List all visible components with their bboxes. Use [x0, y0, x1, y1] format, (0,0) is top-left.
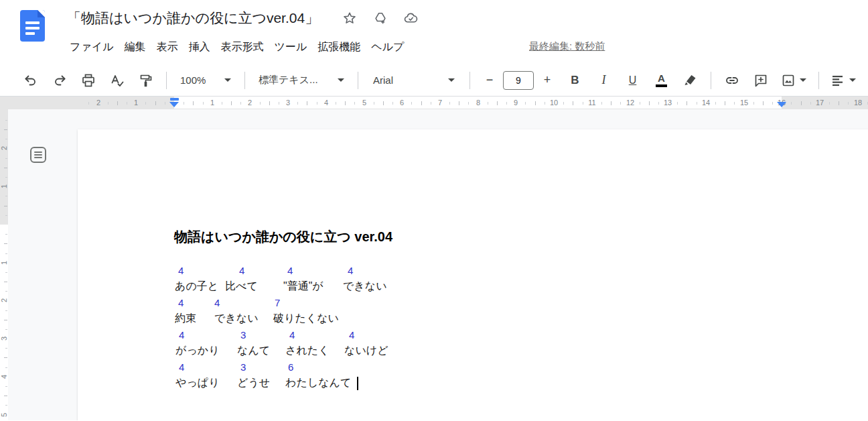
lyric-line: やっぱりどうせわたしなんて: [78, 377, 868, 394]
count-number: 7: [275, 298, 280, 308]
print-icon[interactable]: [80, 69, 96, 92]
ruler-number: 11: [588, 99, 595, 107]
zoom-select[interactable]: 100%: [179, 74, 232, 86]
lyric-word: がっかり: [175, 345, 220, 356]
font-size-input[interactable]: 9: [503, 71, 534, 90]
redo-button[interactable]: [51, 69, 68, 92]
star-icon[interactable]: [342, 11, 357, 26]
move-to-drive-icon[interactable]: [372, 11, 388, 26]
document-outline-button[interactable]: [28, 145, 48, 165]
count-line: 4444: [78, 265, 868, 282]
count-number: 4: [239, 265, 244, 276]
chevron-down-icon: [224, 78, 231, 82]
menu-item-format[interactable]: 表示形式: [216, 38, 269, 57]
font-select[interactable]: Arial: [370, 74, 457, 86]
vertical-ruler[interactable]: 2112345: [0, 109, 8, 420]
cloud-saved-icon[interactable]: [403, 11, 419, 26]
ruler-number: 10: [550, 99, 558, 107]
count-number: 4: [289, 330, 295, 340]
menu-bar: ファイル編集表示挿入表示形式ツール拡張機能ヘルプ: [64, 38, 409, 57]
count-line: 436: [78, 362, 868, 378]
count-number: 4: [349, 330, 354, 340]
lyric-word: やっぱり: [175, 377, 220, 388]
app-header: 「物語はいつか誰かの役に立つver.04」 ファイル編集表示挿入表示: [0, 0, 868, 64]
menu-item-extensions[interactable]: 拡張機能: [312, 38, 366, 57]
horizontal-ruler[interactable]: 21123456789101112131415161718: [0, 97, 868, 109]
spellcheck-icon[interactable]: [108, 69, 125, 92]
document-title-input[interactable]: 「物語はいつか誰かの役に立つver.04」: [67, 9, 319, 27]
ruler-number: 2: [0, 295, 8, 306]
ruler-number: 17: [816, 99, 824, 107]
first-line-indent-marker[interactable]: [170, 98, 179, 101]
ruler-number: 2: [248, 99, 252, 107]
add-comment-icon[interactable]: [752, 69, 769, 92]
ruler-number: 6: [400, 99, 404, 107]
count-number: 4: [287, 265, 293, 276]
doc-heading: 物語はいつか誰かの役に立つ ver.04: [174, 228, 392, 246]
insert-image-button[interactable]: [781, 73, 806, 88]
lyric-word: できない: [343, 281, 387, 292]
text-color-swatch: [656, 84, 667, 87]
font-size-group: − 9 +: [482, 71, 555, 90]
ruler-number: 14: [702, 99, 710, 107]
lyric-line: 約束できない破りたくない: [78, 313, 868, 329]
right-indent-marker[interactable]: [777, 102, 786, 107]
left-indent-marker[interactable]: [169, 102, 179, 107]
insert-link-icon[interactable]: [723, 69, 740, 92]
ruler-number: 1: [0, 257, 8, 268]
ruler-number: 2: [96, 99, 100, 107]
ruler-number: 4: [0, 371, 8, 382]
menu-item-file[interactable]: ファイル: [64, 38, 119, 57]
lyric-line: がっかりなんてされたくないけど: [78, 345, 868, 361]
page[interactable]: 物語はいつか誰かの役に立つ ver.04 4444あの子と比べて"普通"ができな…: [78, 129, 868, 420]
underline-button[interactable]: U: [624, 69, 641, 92]
menu-item-tools[interactable]: ツール: [269, 38, 313, 57]
text-color-button[interactable]: A: [653, 69, 670, 92]
count-number: 4: [348, 265, 353, 276]
count-number: 3: [240, 330, 246, 340]
ruler-number: 5: [0, 410, 8, 420]
lyric-word: されたく: [285, 345, 330, 356]
ruler-number: 5: [362, 99, 366, 107]
docs-logo-fold: [38, 10, 45, 17]
ruler-number: 15: [740, 99, 748, 107]
lyric-word: なんて: [237, 345, 270, 356]
undo-button[interactable]: [22, 69, 39, 92]
lyric-word: "普通"が: [283, 281, 323, 292]
toolbar-divider: [166, 72, 167, 89]
count-number: 4: [178, 298, 184, 308]
align-button[interactable]: [831, 74, 856, 87]
decrease-font-size-button[interactable]: −: [482, 72, 497, 89]
lyric-word: 比べて: [225, 281, 258, 292]
last-edit-link[interactable]: 最終編集: 数秒前: [529, 40, 605, 53]
count-number: 6: [288, 362, 293, 372]
count-line: 4344: [78, 330, 868, 346]
ruler-number: 18: [854, 99, 862, 107]
menu-item-insert[interactable]: 挿入: [184, 38, 216, 57]
ruler-number: 4: [324, 99, 328, 107]
docs-logo[interactable]: [20, 10, 45, 42]
paragraph-style-select[interactable]: 標準テキス...: [257, 74, 346, 86]
lyric-word: 破りたくない: [273, 313, 339, 324]
lyric-word: どうせ: [237, 377, 270, 388]
menu-item-help[interactable]: ヘルプ: [366, 38, 409, 57]
menu-item-edit[interactable]: 編集: [119, 38, 151, 57]
lyric-line: あの子と比べて"普通"ができない: [78, 281, 868, 297]
count-line: 447: [78, 298, 868, 314]
italic-button[interactable]: I: [595, 69, 612, 92]
chevron-down-icon: [448, 78, 455, 82]
bold-button[interactable]: B: [567, 69, 583, 92]
ruler-number: 7: [438, 99, 442, 107]
menu-item-view[interactable]: 表示: [151, 38, 184, 57]
paint-format-icon[interactable]: [137, 69, 154, 92]
ruler-number: 1: [134, 99, 138, 107]
ruler-number: 2: [0, 143, 8, 154]
ruler-number: 3: [0, 333, 8, 344]
count-number: 4: [179, 362, 184, 372]
lyric-word: 約束: [175, 313, 196, 324]
lyric-word: できない: [214, 313, 259, 324]
increase-font-size-button[interactable]: +: [540, 72, 555, 89]
chevron-down-icon: [800, 78, 806, 82]
highlight-color-button[interactable]: [682, 69, 699, 92]
ruler-number: 8: [476, 99, 480, 107]
